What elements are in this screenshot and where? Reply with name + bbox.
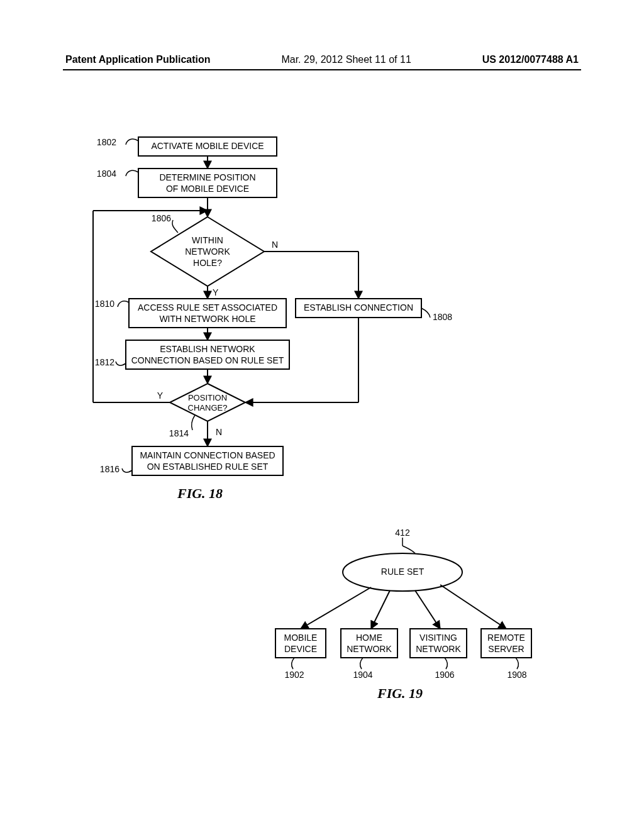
node-1904-ref: 1904 — [353, 670, 372, 680]
node-1908: REMOTE SERVER 1908 — [481, 629, 531, 680]
node-1902-text2: DEVICE — [284, 644, 317, 654]
edge-412-1904 — [371, 590, 390, 629]
node-1904-text2: NETWORK — [347, 644, 392, 654]
node-412-ref: 412 — [395, 528, 410, 538]
edge-412-1908 — [440, 585, 506, 629]
fig19-caption: FIG. 19 — [377, 685, 423, 702]
node-1904-text1: HOME — [356, 633, 382, 643]
node-1908-text2: SERVER — [488, 644, 524, 654]
node-1902: MOBILE DEVICE 1902 — [275, 629, 326, 680]
node-1902-ref: 1902 — [284, 670, 304, 680]
node-1904: HOME NETWORK 1904 — [341, 629, 397, 680]
node-412: RULE SET 412 — [343, 528, 462, 591]
node-1902-text1: MOBILE — [284, 633, 318, 643]
page: Patent Application Publication Mar. 29, … — [0, 0, 644, 830]
edge-412-1906 — [415, 590, 440, 629]
node-1906-text1: VISITING — [419, 633, 457, 643]
node-1906-text2: NETWORK — [416, 644, 461, 654]
node-1906: VISITING NETWORK 1906 — [410, 629, 467, 680]
fig19-svg: RULE SET 412 MOBILE DEVICE 1902 HOME NET… — [0, 0, 644, 830]
node-1906-ref: 1906 — [435, 670, 454, 680]
node-1908-text1: REMOTE — [487, 633, 525, 643]
edge-412-1902 — [301, 587, 371, 629]
node-1908-ref: 1908 — [507, 670, 526, 680]
node-412-text: RULE SET — [381, 567, 425, 577]
